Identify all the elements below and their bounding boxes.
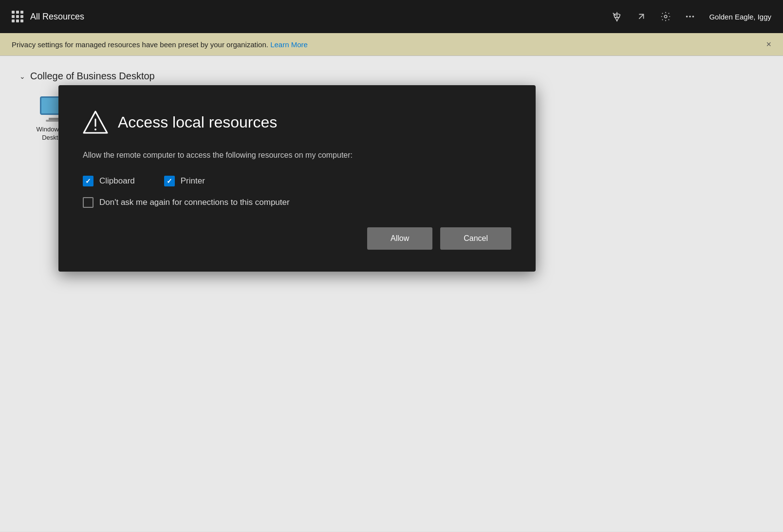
svg-point-6 bbox=[692, 16, 694, 18]
main-content: ⌄ College of Business Desktop Windows 10… bbox=[0, 56, 783, 532]
allow-button[interactable]: Allow bbox=[367, 227, 432, 250]
banner-close-button[interactable]: × bbox=[766, 40, 771, 49]
modal-actions: Allow Cancel bbox=[83, 227, 511, 250]
app-title: All Resources bbox=[30, 12, 84, 22]
top-bar: All Resources bbox=[0, 0, 783, 33]
pin-icon[interactable] bbox=[612, 11, 622, 22]
section-title: College of Business Desktop bbox=[30, 71, 155, 82]
learn-more-link[interactable]: Learn More bbox=[270, 40, 308, 49]
printer-checkbox-item[interactable]: Printer bbox=[164, 176, 205, 186]
printer-checkbox[interactable] bbox=[164, 176, 175, 186]
svg-point-4 bbox=[686, 16, 688, 18]
dont-ask-row[interactable]: Don't ask me again for connections to th… bbox=[83, 197, 511, 208]
svg-line-2 bbox=[639, 14, 644, 18]
top-bar-right: Golden Eagle, Iggy bbox=[612, 11, 771, 22]
user-name: Golden Eagle, Iggy bbox=[709, 13, 771, 21]
clipboard-checkbox-item[interactable]: Clipboard bbox=[83, 176, 135, 186]
svg-point-9 bbox=[94, 128, 96, 130]
settings-icon[interactable] bbox=[660, 11, 671, 22]
svg-point-5 bbox=[690, 16, 691, 18]
section-header: ⌄ College of Business Desktop bbox=[19, 71, 764, 82]
chevron-down-icon: ⌄ bbox=[19, 73, 25, 80]
cancel-button[interactable]: Cancel bbox=[440, 227, 511, 250]
more-icon[interactable] bbox=[685, 11, 695, 22]
banner-message: Privacy settings for managed resources h… bbox=[12, 40, 308, 49]
warning-icon bbox=[83, 110, 108, 135]
resource-checkboxes: Clipboard Printer bbox=[83, 176, 511, 186]
privacy-banner: Privacy settings for managed resources h… bbox=[0, 33, 783, 56]
modal-title: Access local resources bbox=[118, 113, 277, 131]
modal-title-row: Access local resources bbox=[83, 110, 511, 135]
access-resources-modal: Access local resources Allow the remote … bbox=[58, 85, 536, 272]
dont-ask-checkbox[interactable] bbox=[83, 197, 93, 208]
top-bar-left: All Resources bbox=[12, 11, 602, 22]
clipboard-label: Clipboard bbox=[99, 176, 135, 186]
expand-icon[interactable] bbox=[636, 11, 647, 22]
clipboard-checkbox[interactable] bbox=[83, 176, 93, 186]
dont-ask-label: Don't ask me again for connections to th… bbox=[99, 198, 290, 207]
printer-label: Printer bbox=[181, 176, 205, 186]
modal-description: Allow the remote computer to access the … bbox=[83, 149, 511, 161]
svg-point-3 bbox=[665, 15, 668, 18]
apps-icon[interactable] bbox=[12, 11, 23, 22]
